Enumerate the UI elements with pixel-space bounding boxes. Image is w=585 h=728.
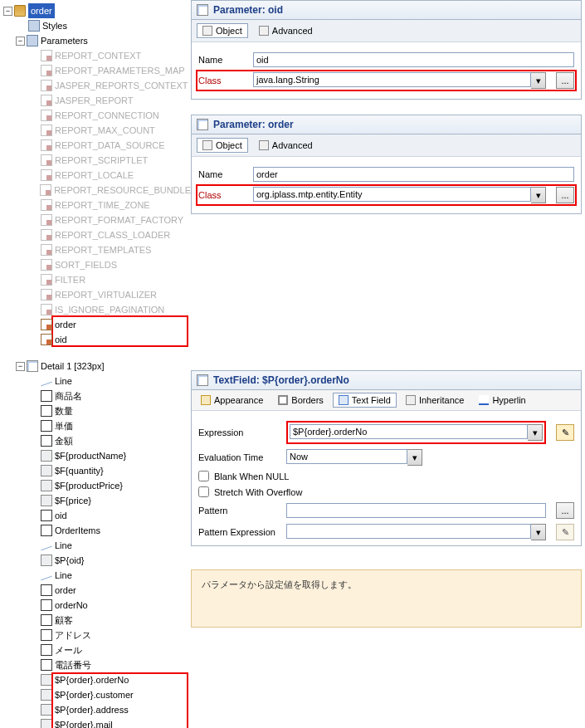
edit-expression-button[interactable]: ✎ <box>556 424 574 441</box>
tree-detail-item[interactable]: oid <box>3 508 191 523</box>
class-input[interactable] <box>253 72 531 87</box>
expression-combo[interactable]: ▾ <box>290 424 543 441</box>
tree-detail[interactable]: − Detail 1 [323px] <box>3 359 191 374</box>
tree-detail-item[interactable]: 単価 <box>3 418 191 433</box>
tab-object[interactable]: Object <box>197 138 248 153</box>
tree-detail-item[interactable]: orderNo <box>3 598 191 613</box>
inheritance-icon <box>406 395 416 405</box>
chevron-down-icon[interactable]: ▾ <box>531 187 546 203</box>
eval-combo[interactable]: ▾ <box>286 449 422 466</box>
tree-detail-item[interactable]: $F{quantity} <box>3 463 191 478</box>
parameter-icon <box>41 110 52 121</box>
tree-param-builtin[interactable]: SORT_FIELDS <box>3 257 191 272</box>
browse-button[interactable]: ... <box>556 72 574 89</box>
tree-param-builtin[interactable]: REPORT_CONTEXT <box>3 48 191 63</box>
tree-param-builtin[interactable]: FILTER <box>3 272 191 287</box>
toggle-icon[interactable]: − <box>16 37 25 46</box>
tab-appearance[interactable]: Appearance <box>195 393 269 408</box>
tree-detail-item[interactable]: Line <box>3 374 191 388</box>
parameter-icon <box>41 154 52 166</box>
tree-param-builtin[interactable]: REPORT_MAX_COUNT <box>3 123 191 138</box>
tab-inheritance[interactable]: Inheritance <box>400 393 470 408</box>
tree-param-builtin[interactable]: REPORT_VIRTUALIZER <box>3 287 191 302</box>
chevron-down-icon[interactable]: ▾ <box>531 72 546 89</box>
row-stretch[interactable]: Stretch With Overflow <box>198 486 574 497</box>
tree-param-builtin[interactable]: REPORT_SCRIPTLET <box>3 153 191 168</box>
tab-borders[interactable]: Borders <box>272 393 329 408</box>
tree-detail-item[interactable]: $F{productPrice} <box>3 478 191 493</box>
row-class: Class ▾ ... <box>198 72 574 89</box>
class-combo[interactable]: ▾ <box>253 72 546 89</box>
toggle-icon[interactable]: − <box>16 362 25 371</box>
textfield-icon <box>41 495 52 506</box>
tab-hyperlink[interactable]: Hyperlin <box>473 393 531 408</box>
tree-detail-item[interactable]: order <box>3 583 191 598</box>
panel-title: Parameter: order <box>213 119 294 130</box>
tab-advanced[interactable]: Advanced <box>253 23 319 38</box>
row-blank-when-null[interactable]: Blank When NULL <box>198 471 574 481</box>
expression-input[interactable] <box>290 424 528 439</box>
tree-param-user[interactable]: order <box>3 317 191 332</box>
tree-param-builtin[interactable]: REPORT_TEMPLATES <box>3 242 191 257</box>
name-input[interactable] <box>253 167 574 182</box>
tree-param-builtin[interactable]: REPORT_PARAMETERS_MAP <box>3 63 191 78</box>
tree-param-builtin[interactable]: REPORT_RESOURCE_BUNDLE <box>3 183 191 198</box>
tree-detail-item[interactable]: 商品名 <box>3 388 191 403</box>
eval-input[interactable] <box>286 449 407 464</box>
browse-button[interactable]: ... <box>556 187 574 203</box>
tree-detail-item[interactable]: 金額 <box>3 433 191 448</box>
tree-detail-item[interactable]: Line <box>3 538 191 553</box>
tree-param-builtin[interactable]: REPORT_TIME_ZONE <box>3 198 191 213</box>
parameter-icon <box>41 95 52 106</box>
tree-detail-item[interactable]: 顧客 <box>3 613 191 628</box>
pattern-expr-input[interactable] <box>286 524 531 539</box>
tree-detail-item[interactable]: Line <box>3 568 191 583</box>
name-input[interactable] <box>253 52 574 67</box>
item-label: oid <box>55 508 67 523</box>
parameter-icon <box>197 4 208 16</box>
item-label: 数量 <box>55 403 73 418</box>
tree-param-user[interactable]: oid <box>3 332 191 347</box>
styles-label: Styles <box>42 18 67 33</box>
tree-param-builtin[interactable]: REPORT_FORMAT_FACTORY <box>3 213 191 227</box>
chevron-down-icon[interactable]: ▾ <box>531 524 546 540</box>
tree-detail-item[interactable]: OrderItems <box>3 523 191 538</box>
pattern-browse-button[interactable]: ... <box>556 502 574 519</box>
blank-checkbox[interactable] <box>198 471 209 481</box>
tree-root[interactable]: − order <box>3 3 191 18</box>
tree-detail-item[interactable]: アドレス <box>3 628 191 642</box>
toggle-icon[interactable]: − <box>3 7 12 16</box>
edit-pattern-expr-button[interactable]: ✎ <box>556 524 574 540</box>
tab-object[interactable]: Object <box>197 23 248 38</box>
tab-textfield[interactable]: Text Field <box>333 393 397 408</box>
class-input[interactable] <box>253 187 531 202</box>
parameter-icon <box>40 184 51 196</box>
pattern-input[interactable] <box>286 503 546 518</box>
tree-param-builtin[interactable]: REPORT_CONNECTION <box>3 108 191 123</box>
parameter-icon <box>41 199 52 211</box>
textfield-icon <box>41 480 52 491</box>
tree-detail-item[interactable]: メール <box>3 642 191 657</box>
tree-param-builtin[interactable]: REPORT_CLASS_LOADER <box>3 227 191 242</box>
tree-detail-item[interactable]: 数量 <box>3 403 191 418</box>
chevron-down-icon[interactable]: ▾ <box>528 424 543 441</box>
item-label: 商品名 <box>55 388 82 403</box>
tree-detail-item[interactable]: 電話番号 <box>3 657 191 672</box>
chevron-down-icon[interactable]: ▾ <box>407 449 422 466</box>
tree-detail-item[interactable]: $P{oid} <box>3 553 191 568</box>
tab-advanced[interactable]: Advanced <box>253 138 319 153</box>
tree-detail-item[interactable]: $F{productName} <box>3 448 191 463</box>
panel-title: Parameter: oid <box>213 4 283 16</box>
tree-param-builtin[interactable]: REPORT_DATA_SOURCE <box>3 138 191 153</box>
tree-styles[interactable]: Styles <box>3 18 191 33</box>
pattern-expr-combo[interactable]: ▾ <box>286 524 546 540</box>
tree-param-builtin[interactable]: JASPER_REPORT <box>3 93 191 108</box>
tree-detail-item[interactable]: $F{price} <box>3 493 191 508</box>
tree-param-builtin[interactable]: JASPER_REPORTS_CONTEXT <box>3 78 191 93</box>
panel-textfield: TextField: $P{order}.orderNo Appearance … <box>191 370 582 546</box>
class-combo[interactable]: ▾ <box>253 187 546 203</box>
stretch-checkbox[interactable] <box>198 486 209 497</box>
row-class: Class ▾ ... <box>198 187 574 203</box>
tree-param-builtin[interactable]: REPORT_LOCALE <box>3 168 191 183</box>
tree-parameters[interactable]: − Parameters <box>3 33 191 48</box>
